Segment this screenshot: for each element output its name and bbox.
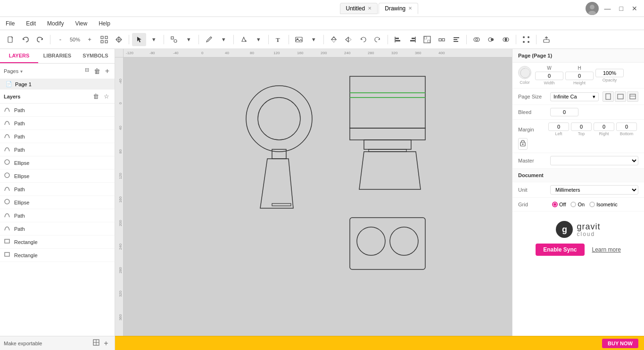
master-select[interactable]	[550, 156, 638, 165]
path-sub-button[interactable]	[484, 33, 498, 46]
image-button[interactable]	[292, 33, 306, 46]
node-button[interactable]	[519, 33, 533, 46]
menu-modify[interactable]: Modify	[45, 19, 66, 28]
flip-h-button[interactable]	[341, 33, 355, 46]
add-export-button[interactable]: +	[101, 339, 111, 348]
page-item-1[interactable]: 📄 Page 1	[0, 79, 115, 89]
pages-actions: ⊟ 🗑 +	[83, 66, 111, 76]
tab-layers[interactable]: LAYERS	[0, 49, 38, 63]
menu-view[interactable]: View	[73, 19, 89, 28]
landscape-button[interactable]	[615, 91, 626, 102]
list-item[interactable]: Ellipse	[0, 196, 115, 209]
close-button[interactable]: ✕	[629, 4, 640, 13]
fill-button[interactable]	[237, 33, 251, 46]
add-layer-button[interactable]: ☆	[102, 92, 111, 100]
menu-edit[interactable]: Edit	[24, 19, 38, 28]
margin-top-input[interactable]	[571, 122, 592, 131]
margin-right-input[interactable]	[594, 122, 614, 131]
undo-button[interactable]	[18, 33, 33, 46]
minimize-button[interactable]: —	[602, 4, 614, 13]
delete-layer-button[interactable]: 🗑	[91, 92, 100, 100]
canvas-area[interactable]: -120 -80 -40 0 40 80 120 160 200 240 280…	[115, 49, 512, 350]
maximize-button[interactable]: □	[617, 4, 626, 13]
pen-sub-button[interactable]: ▾	[216, 33, 231, 46]
width-input[interactable]	[535, 72, 563, 80]
align-r-button[interactable]	[405, 33, 420, 46]
list-item[interactable]: Rectangle	[0, 249, 115, 262]
delete-page-button[interactable]: 🗑	[92, 66, 102, 76]
canvas-content[interactable]	[124, 57, 512, 350]
grid-isometric-option[interactable]: Isometric	[589, 202, 618, 207]
sep4	[198, 35, 199, 44]
enable-sync-button[interactable]: Enable Sync	[536, 244, 584, 256]
list-item[interactable]: Path	[0, 183, 115, 196]
align-l-button[interactable]	[391, 33, 405, 46]
grid-off-radio[interactable]	[552, 202, 558, 207]
list-item[interactable]: Rectangle	[0, 236, 115, 249]
tab-untitled-close[interactable]: ✕	[368, 6, 372, 11]
tab-drawing[interactable]: Drawing ✕	[379, 3, 418, 14]
more-align-button[interactable]	[449, 33, 463, 46]
list-item[interactable]: Path	[0, 104, 115, 117]
rotate-left-button[interactable]	[356, 33, 370, 46]
unit-select[interactable]: Millimeters Pixels Inches Centimeters	[550, 185, 638, 195]
add-page-button[interactable]: +	[104, 66, 111, 76]
grid-on-option[interactable]: On	[570, 202, 585, 207]
tab-libraries[interactable]: LIBRARIES	[38, 49, 76, 63]
list-item[interactable]: Path	[0, 143, 115, 156]
flip-v-button[interactable]	[327, 33, 341, 46]
toggle-button[interactable]: ⊟	[83, 66, 91, 76]
margin-bottom-input[interactable]	[616, 122, 637, 131]
ungroup-button[interactable]	[435, 33, 449, 46]
group-button[interactable]	[420, 33, 434, 46]
zoom-in-button[interactable]: +	[83, 33, 97, 46]
pen-button[interactable]	[202, 33, 216, 46]
list-item[interactable]: Path	[0, 117, 115, 130]
user-avatar[interactable]	[586, 2, 599, 15]
list-item[interactable]: Ellipse	[0, 170, 115, 183]
buy-now-button[interactable]: BUY NOW	[602, 339, 638, 348]
select-sub-button[interactable]: ▾	[147, 33, 161, 46]
path-icon	[4, 212, 11, 220]
grid-on-radio[interactable]	[570, 202, 576, 207]
list-item[interactable]: Path	[0, 222, 115, 236]
height-input[interactable]	[565, 72, 594, 80]
bleed-input[interactable]	[550, 108, 578, 116]
path-union-button[interactable]	[470, 33, 484, 46]
export-button[interactable]	[539, 33, 553, 46]
image-sub-button[interactable]: ▾	[306, 33, 321, 46]
margin-link-button[interactable]	[518, 138, 528, 150]
tab-untitled[interactable]: Untitled ✕	[340, 3, 378, 14]
export-slice-button[interactable]	[93, 339, 99, 348]
grid-isometric-radio[interactable]	[589, 202, 595, 207]
menu-help[interactable]: Help	[97, 19, 112, 28]
svg-point-68	[246, 86, 312, 152]
pan-button[interactable]	[112, 33, 126, 46]
shapes-sub-button[interactable]: ▾	[182, 33, 196, 46]
list-item[interactable]: Ellipse	[0, 156, 115, 170]
layer-name: Ellipse	[14, 173, 29, 179]
grid-off-option[interactable]: Off	[552, 202, 566, 207]
shapes-button[interactable]	[167, 33, 181, 46]
list-item[interactable]: Path	[0, 209, 115, 222]
select-button[interactable]	[132, 33, 146, 46]
fit-button[interactable]	[97, 33, 111, 46]
fill-sub-button[interactable]: ▾	[251, 33, 265, 46]
zoom-out-button[interactable]: -	[53, 33, 67, 46]
text-button[interactable]: T	[272, 33, 286, 46]
new-button[interactable]	[4, 33, 18, 46]
portrait-button[interactable]	[603, 91, 614, 102]
list-item[interactable]: Path	[0, 130, 115, 143]
tab-drawing-close[interactable]: ✕	[408, 6, 412, 11]
opacity-input[interactable]	[595, 69, 624, 77]
rotate-right-button[interactable]	[371, 33, 385, 46]
custom-orient-button[interactable]	[627, 91, 638, 102]
margin-left-input[interactable]	[548, 122, 569, 131]
learn-more-link[interactable]: Learn more	[592, 246, 621, 253]
redo-button[interactable]	[33, 33, 47, 46]
path-int-button[interactable]	[499, 33, 513, 46]
menu-file[interactable]: File	[4, 19, 17, 28]
color-swatch[interactable]	[518, 66, 531, 79]
tab-symbols[interactable]: SYMBOLS	[76, 49, 115, 63]
page-size-select[interactable]: Infinite Ca ▾	[550, 92, 599, 101]
